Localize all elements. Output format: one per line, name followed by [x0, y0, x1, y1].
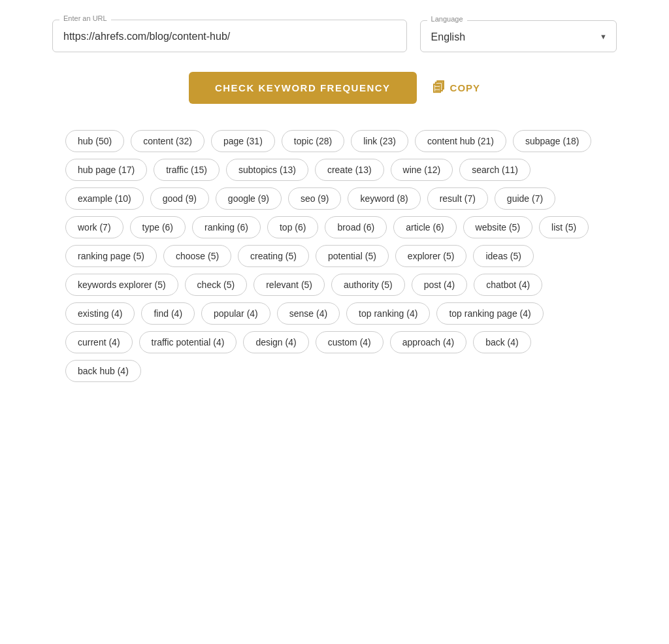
keyword-tag: article (6) [393, 216, 456, 238]
keywords-container: hub (50)content (32)page (31)topic (28)l… [52, 130, 617, 382]
keyword-tag: find (4) [141, 302, 195, 325]
keyword-tag: good (9) [150, 187, 209, 210]
keyword-tag: result (7) [427, 187, 488, 210]
keyword-tag: creating (5) [238, 245, 309, 267]
url-fieldset: Enter an URL [52, 20, 407, 52]
keyword-tag: existing (4) [65, 302, 135, 325]
keyword-tag: guide (7) [495, 187, 555, 210]
keyword-tag: top (6) [267, 216, 318, 238]
keyword-tag: ideas (5) [473, 245, 533, 267]
keyword-tag: post (4) [412, 274, 467, 296]
url-label: Enter an URL [59, 14, 111, 22]
keyword-tag: popular (4) [201, 302, 270, 325]
keyword-tag: sense (4) [277, 302, 340, 325]
keyword-tag: choose (5) [163, 245, 231, 267]
keyword-tag: check (5) [185, 274, 248, 296]
language-select-group: Language English Spanish French German I… [420, 20, 617, 52]
keyword-tag: approach (4) [390, 331, 466, 353]
keyword-tag: current (4) [65, 331, 133, 353]
keyword-tag: hub (50) [65, 130, 124, 152]
keyword-tag: google (9) [216, 187, 282, 210]
language-select[interactable]: English Spanish French German Italian Po… [421, 21, 616, 52]
keyword-tag: wine (12) [391, 159, 453, 181]
keyword-tag: page (31) [211, 130, 275, 152]
keyword-tag: website (5) [463, 216, 532, 238]
keyword-tag: keyword (8) [348, 187, 420, 210]
keyword-tag: potential (5) [316, 245, 389, 267]
keyword-tag: keywords explorer (5) [65, 274, 178, 296]
keyword-tag: authority (5) [331, 274, 405, 296]
keyword-tag: ranking (6) [192, 216, 261, 238]
keyword-tag: custom (4) [316, 331, 383, 353]
check-keyword-frequency-button[interactable]: CHECK KEYWORD FREQUENCY [189, 72, 417, 104]
keyword-tag: hub page (17) [65, 159, 147, 181]
keyword-tag: ranking page (5) [65, 245, 157, 267]
keyword-tag: search (11) [459, 159, 530, 181]
keyword-tag: seo (9) [288, 187, 342, 210]
keyword-tag: list (5) [539, 216, 589, 238]
keyword-tag: chatbot (4) [474, 274, 542, 296]
keyword-tag: relevant (5) [253, 274, 325, 296]
keyword-tag: top ranking (4) [346, 302, 430, 325]
language-select-wrapper: English Spanish French German Italian Po… [421, 21, 616, 52]
keyword-tag: top ranking page (4) [436, 302, 543, 325]
keyword-tag: example (10) [65, 187, 144, 210]
keyword-tag: design (4) [243, 331, 308, 353]
copy-icon: 🗐 [432, 80, 446, 95]
keyword-tag: back hub (4) [65, 360, 141, 382]
top-controls: Enter an URL Language English Spanish Fr… [52, 20, 617, 52]
keyword-tag: content (32) [131, 130, 204, 152]
keyword-tag: subpage (18) [513, 130, 592, 152]
keyword-tag: subtopics (13) [226, 159, 308, 181]
keyword-tag: create (13) [315, 159, 384, 181]
language-fieldset: Language English Spanish French German I… [420, 20, 617, 52]
keyword-tag: explorer (5) [395, 245, 467, 267]
url-input-group: Enter an URL [52, 20, 407, 52]
copy-button[interactable]: 🗐 COPY [432, 80, 481, 95]
keyword-tag: content hub (21) [415, 130, 506, 152]
keyword-tag: work (7) [65, 216, 123, 238]
copy-label: COPY [450, 82, 481, 93]
keyword-tag: broad (6) [325, 216, 387, 238]
url-input[interactable] [53, 20, 406, 52]
actions-row: CHECK KEYWORD FREQUENCY 🗐 COPY [52, 72, 617, 104]
keyword-tag: type (6) [130, 216, 186, 238]
keyword-tag: traffic (15) [154, 159, 220, 181]
keyword-tag: traffic potential (4) [139, 331, 237, 353]
keyword-tag: topic (28) [282, 130, 344, 152]
keyword-tag: back (4) [473, 331, 531, 353]
keyword-tag: link (23) [351, 130, 408, 152]
